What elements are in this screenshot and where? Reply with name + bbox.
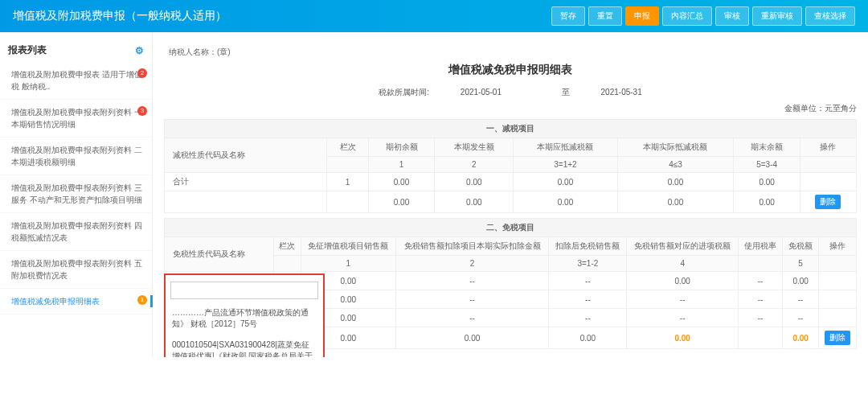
- col-subheader: [738, 256, 782, 272]
- badge-icon: 3: [137, 106, 147, 116]
- unit-label: 金额单位：元至角分: [164, 103, 857, 114]
- period-to: 2021-05-31: [601, 88, 642, 97]
- sidebar-item-2[interactable]: 增值税及附加税费申报表附列资料 二 本期进项税额明细: [0, 138, 152, 175]
- btn-summary[interactable]: 内容汇总: [662, 6, 712, 26]
- cell: 0.00: [734, 173, 800, 191]
- badge-icon: 2: [137, 68, 147, 78]
- cell: [738, 327, 782, 349]
- btn-declare[interactable]: 申报: [625, 6, 659, 26]
- col-header: 期初余额: [368, 138, 435, 157]
- col-header: 期末余额: [734, 138, 800, 157]
- cell: 0.00: [734, 191, 800, 213]
- cell: --: [549, 290, 627, 309]
- btn-check[interactable]: 查核选择: [805, 6, 855, 26]
- cell: 0.00: [617, 191, 734, 213]
- col-header: 操作: [819, 237, 857, 256]
- col-subheader: 4≤3: [617, 157, 734, 173]
- cell: --: [783, 309, 819, 327]
- sidebar-item-0[interactable]: 增值税及附加税费申报表 适用于增值税 般纳税..2: [0, 62, 152, 100]
- col-subheader: 2: [435, 157, 514, 173]
- dropdown-item[interactable]: …………产品流通环节增值税政策的通知》 财税［2012］75号: [166, 302, 323, 335]
- cell: 0.00: [627, 327, 739, 349]
- col-header: 本期发生额: [435, 138, 514, 157]
- cell: --: [783, 290, 819, 309]
- cell: 0.00: [368, 173, 435, 191]
- col-subheader: [327, 157, 368, 173]
- cell: --: [627, 290, 739, 309]
- col-header: 扣除后免税销售额: [549, 237, 627, 256]
- sidebar-item-1[interactable]: 增值税及附加税费申报表附列资料 一 本期销售情况明细3: [0, 100, 152, 138]
- cell: 0.00: [395, 327, 549, 349]
- section1-header: 一、减税项目: [165, 120, 857, 138]
- col-subheader: 3=1+2: [514, 157, 617, 173]
- row-op-button[interactable]: 删除: [825, 331, 850, 345]
- cell: 0.00: [783, 272, 819, 290]
- col-subheader: 5: [783, 256, 819, 272]
- col-subheader: 3=1-2: [549, 256, 627, 272]
- btn-reaudit[interactable]: 重新审核: [752, 6, 802, 26]
- col-subheader: 1: [368, 157, 435, 173]
- cell: --: [549, 272, 627, 290]
- sidebar-item-4[interactable]: 增值税及附加税费申报表附列资料 四 税额抵减情况表: [0, 213, 152, 251]
- dropdown-item[interactable]: 0001010504|SXA031900428|蔬菜免征增值税优惠|《财政部 国…: [166, 335, 323, 357]
- col-header: 免征增值税项目销售额: [301, 237, 395, 256]
- row-label: [165, 191, 327, 213]
- cell: 0.00: [549, 327, 627, 349]
- page-title: 增值税及附加税费申报（一般纳税人适用）: [13, 9, 227, 23]
- cell: 0.00: [783, 327, 819, 349]
- gear-icon[interactable]: ⚙: [135, 45, 144, 56]
- col-header: 免税额: [783, 237, 819, 256]
- cell: --: [395, 272, 549, 290]
- sidebar-item-3[interactable]: 增值税及附加税费申报表附列资料 三 服务 不动产和无形资产扣除项目明细: [0, 175, 152, 213]
- col-header: 免税销售额对应的进项税额: [627, 237, 739, 256]
- cell: --: [738, 272, 782, 290]
- sidebar-item-6[interactable]: 增值税减免税申报明细表1: [0, 289, 152, 314]
- cell: 0.00: [514, 173, 617, 191]
- period-row: 税款所属时间: 2021-05-01 至 2021-05-31: [164, 87, 857, 98]
- btn-reset[interactable]: 重置: [588, 6, 622, 26]
- col-subheader: 5=3-4: [734, 157, 800, 173]
- op-cell: 删除: [819, 327, 857, 349]
- col-subheader: 2: [395, 256, 549, 272]
- op-cell: [800, 173, 856, 191]
- header-buttons: 暂存 重置 申报 内容汇总 审核 重新审核 查核选择: [551, 6, 855, 26]
- sidebar-item-5[interactable]: 增值税及附加税费申报表附列资料 五 附加税费情况表: [0, 251, 152, 289]
- op-cell: [819, 290, 857, 309]
- op-cell: [819, 309, 857, 327]
- col-header: 减税性质代码及名称: [165, 138, 327, 173]
- cell: [327, 191, 368, 213]
- cell: --: [627, 309, 739, 327]
- col-subheader: [273, 256, 301, 272]
- dropdown-search-input[interactable]: [170, 282, 318, 299]
- form-title: 增值税减免税申报明细表: [164, 63, 857, 77]
- col-header: 栏次: [273, 237, 301, 256]
- cell: 0.00: [435, 191, 514, 213]
- app-header: 增值税及附加税费申报（一般纳税人适用） 暂存 重置 申报 内容汇总 审核 重新审…: [0, 0, 868, 32]
- row-op-button[interactable]: 删除: [815, 195, 841, 209]
- sidebar: 报表列表 ⚙ 增值税及附加税费申报表 适用于增值税 般纳税..2增值税及附加税费…: [0, 32, 153, 357]
- sidebar-title-text: 报表列表: [8, 43, 47, 57]
- cell: 0.00: [435, 173, 514, 191]
- cell: 0.00: [368, 191, 435, 213]
- sidebar-title: 报表列表 ⚙: [0, 39, 152, 62]
- tax-code-dropdown[interactable]: …………产品流通环节增值税政策的通知》 财税［2012］75号000101050…: [164, 273, 325, 357]
- col-header: 免税性质代码及名称: [165, 237, 274, 272]
- btn-temp-save[interactable]: 暂存: [551, 6, 585, 26]
- table-row: 合计10.000.000.000.000.00: [165, 173, 857, 191]
- cell: --: [395, 290, 549, 309]
- col-header: 本期应抵减税额: [514, 138, 617, 157]
- cell: 0.00: [514, 191, 617, 213]
- col-header: 栏次: [327, 138, 368, 157]
- section2-header: 二、免税项目: [165, 219, 857, 237]
- section1-table: 一、减税项目 减税性质代码及名称栏次期初余额本期发生额本期应抵减税额本期实际抵减…: [164, 119, 857, 213]
- table-row: 0.000.000.000.000.00删除: [165, 191, 857, 213]
- col-subheader: 1: [301, 256, 395, 272]
- col-header: 使用税率: [738, 237, 782, 256]
- cell: 0.00: [617, 173, 734, 191]
- col-header: 操作: [800, 138, 856, 157]
- btn-audit[interactable]: 审核: [715, 6, 749, 26]
- row-label: 合计: [165, 173, 327, 191]
- col-subheader: 4: [627, 256, 739, 272]
- col-header: 本期实际抵减税额: [617, 138, 734, 157]
- main-content: 纳税人名称：(章) 增值税减免税申报明细表 税款所属时间: 2021-05-01…: [153, 32, 868, 357]
